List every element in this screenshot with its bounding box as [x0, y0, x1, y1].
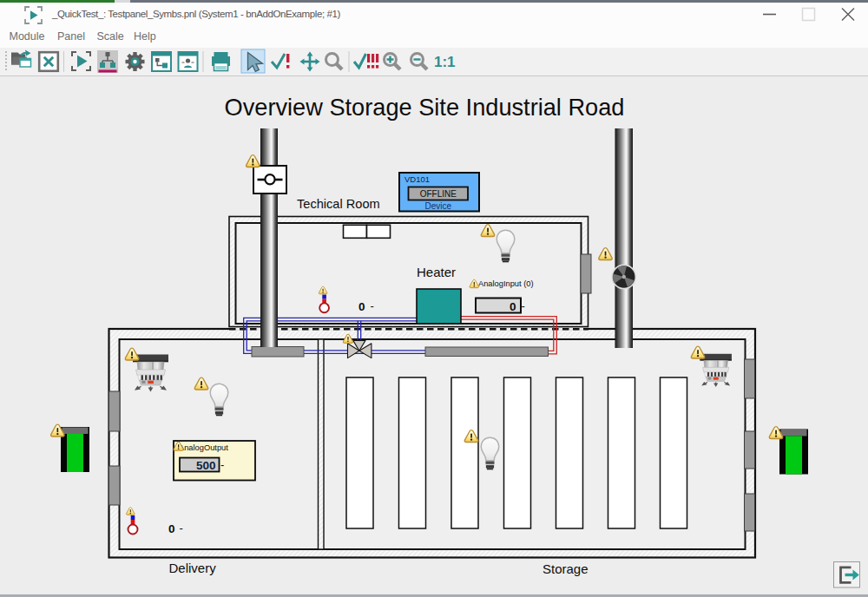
svg-text:Delivery: Delivery — [169, 561, 217, 575]
svg-text:500: 500 — [196, 459, 216, 472]
svg-text:Device: Device — [425, 201, 452, 211]
svg-text:Techical Room: Techical Room — [297, 197, 380, 211]
svg-text:Heater: Heater — [417, 265, 456, 279]
svg-text:1:1: 1:1 — [434, 54, 456, 70]
svg-text:VD101: VD101 — [404, 174, 430, 184]
svg-text:0: 0 — [168, 522, 175, 535]
svg-text:Overview Storage Site Industri: Overview Storage Site Industrial Road — [225, 94, 625, 121]
svg-text:0: 0 — [510, 300, 516, 313]
svg-text:AnalogOutput: AnalogOutput — [179, 443, 228, 452]
svg-text:-: - — [522, 299, 525, 312]
svg-text:-: - — [220, 458, 224, 471]
svg-text:Storage: Storage — [542, 561, 589, 576]
svg-text:AnalogInput (0): AnalogInput (0) — [478, 279, 534, 288]
svg-text:0: 0 — [358, 300, 365, 313]
svg-text:OFFLINE: OFFLINE — [420, 189, 457, 199]
svg-text:-: - — [371, 299, 374, 312]
svg-text:-: - — [180, 522, 183, 535]
